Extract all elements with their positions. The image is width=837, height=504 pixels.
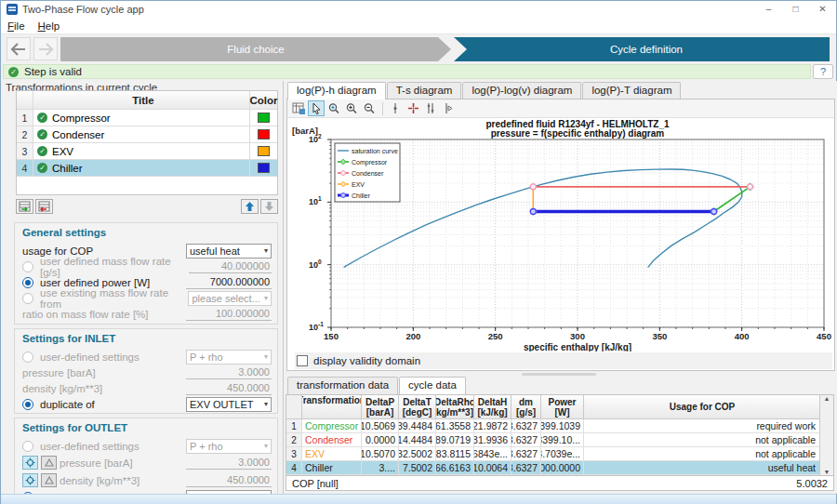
table-row[interactable]: 3 EXV -10.5070 -32.5002 -883.8115 -5.684… [286,447,833,461]
table-row[interactable]: 3 ✓EXV [17,143,277,160]
add-row-icon [19,201,31,212]
table-scrollbar[interactable]: ▲ ▼ [819,395,833,475]
outlet-pressure-field[interactable]: 3.0000 [186,457,272,470]
color-swatch[interactable] [258,163,270,173]
svg-text:EXV: EXV [352,181,365,188]
table-row[interactable]: 2 ✓Condenser [17,126,277,143]
mass-flow-rate-field[interactable]: 40.000000 [189,260,272,273]
chart-toolbar [287,99,834,118]
crosshair-icon[interactable] [405,100,421,116]
outlet-density-label: density [kg/m**3] [60,475,140,486]
arrow-right-icon [37,43,54,56]
ratio-mass-flow-label: ratio on mass flow rate [%] [22,309,149,320]
add-transformation-button[interactable] [16,199,33,214]
svg-text:350: 350 [652,331,667,341]
marker-line-icon[interactable] [387,100,404,116]
user-power-radio[interactable] [22,277,33,288]
minimize-button[interactable]: – [755,1,782,18]
wizard-step-fluid-choice[interactable]: Fluid choice [60,37,451,61]
svg-text:200: 200 [405,331,420,341]
wizard-nav: Fluid choice Cycle definition [1,34,836,63]
col-color: Color [250,91,277,109]
menu-file[interactable]: File [1,18,32,34]
scroll-down-icon[interactable]: ▼ [824,469,830,475]
table-row[interactable]: 1 ✓Compressor [17,110,277,126]
table-row-selected[interactable]: 4 Chiller 3.... 7.5002 -66.6163 110.0064… [286,461,833,475]
user-power-field[interactable]: 7000.000000 [186,276,272,289]
inlet-mode-select[interactable]: P + rho▾ [186,350,272,365]
move-up-button[interactable] [241,199,259,214]
outlet-density-field[interactable]: 450.0000 [186,474,272,487]
crosshair-icon [25,458,35,468]
existing-mass-flow-label: use existing mass flow rate from [40,287,188,310]
data-tabs: transformation data cycle data [287,377,467,394]
scroll-up-icon[interactable]: ▲ [824,395,830,402]
usage-for-cop-select[interactable]: useful heat▾ [186,244,272,259]
copy-table-icon[interactable] [290,100,307,116]
svg-text:100: 100 [309,259,322,270]
svg-text:Condenser: Condenser [352,170,384,177]
remove-transformation-button[interactable] [35,199,53,214]
inlet-user-defined-radio[interactable] [22,351,33,363]
outlet-pressure-target-button[interactable] [22,456,38,470]
back-button[interactable] [7,37,31,60]
arrow-left-icon [10,43,27,56]
existing-mass-flow-select[interactable]: please select...▾ [188,291,272,306]
table-row[interactable]: 2 Condenser 0.0000 -14.4484 889.0719 -13… [286,433,833,447]
maximize-button[interactable]: □ [782,1,809,18]
status-bar: ✓ Step is valid [3,64,811,79]
color-swatch[interactable] [258,113,270,123]
remove-row-icon [38,201,50,212]
svg-text:specific enthalpy [kJ/kg]: specific enthalpy [kJ/kg] [524,342,631,351]
close-button[interactable]: ✕ [809,1,836,18]
cycle-data-header: Transformation DeltaP[barA] DeltaT[degC]… [286,395,833,419]
valid-check-icon: ✓ [37,129,47,139]
outlet-heading: Settings for OUTLET [22,422,272,438]
splitter-handle[interactable] [522,373,596,376]
inlet-duplicate-select[interactable]: EXV OUTLET▾ [186,397,272,412]
outlet-user-defined-label: user-defined settings [40,441,140,452]
chevron-down-icon: ▾ [264,442,268,450]
wizard-step-cycle-definition[interactable]: Cycle definition [454,37,830,61]
menu-help[interactable]: Help [32,18,67,34]
tab-cycle-data[interactable]: cycle data [399,377,466,394]
existing-mass-flow-radio[interactable] [22,293,33,304]
outlet-user-defined-radio[interactable] [22,441,33,452]
tab-transformation-data[interactable]: transformation data [287,377,398,394]
zoom-region-icon[interactable] [326,100,342,116]
inlet-pressure-field[interactable]: 3.0000 [186,366,272,379]
inlet-density-field[interactable]: 450.0000 [186,382,272,395]
tab-logp-h[interactable]: log(P)-h diagram [287,82,386,99]
valid-check-icon: ✓ [37,163,47,173]
inlet-density-label: density [kg/m**3] [22,383,102,394]
marker-play-icon[interactable] [440,100,457,116]
move-down-button[interactable] [260,199,278,214]
tab-t-s[interactable]: T-s diagram [387,82,462,99]
svg-text:400: 400 [735,331,750,341]
color-swatch[interactable] [258,129,270,139]
zoom-in-icon[interactable] [343,100,360,116]
outlet-density-target-button[interactable] [22,473,38,487]
svg-text:101: 101 [309,195,322,206]
table-row-selected[interactable]: 4 ✓Chiller [17,160,277,177]
mass-flow-rate-radio[interactable] [22,261,33,272]
forward-button[interactable] [33,37,58,60]
svg-text:450: 450 [817,331,831,341]
outlet-mode-select[interactable]: P + rho▾ [186,439,272,454]
help-button[interactable]: ? [813,64,833,79]
svg-text:250: 250 [488,331,503,341]
validity-checkbox[interactable] [297,355,308,366]
double-marker-icon[interactable] [422,100,439,116]
tab-logp-logv[interactable]: log(P)-log(v) diagram [462,82,581,99]
tab-logp-t[interactable]: log(P)-T diagram [582,82,681,99]
select-cursor-icon[interactable] [308,100,325,116]
table-row[interactable]: 1 Compressor 10.5069 39.4484 61.3558 21.… [286,419,833,433]
outlet-density-delta-button[interactable] [41,473,57,487]
outlet-pressure-label: pressure [barA] [60,458,133,469]
logp-h-chart[interactable]: 15020025030035040045010210110010-1predef… [288,119,835,351]
zoom-out-icon[interactable] [361,100,378,116]
outlet-pressure-delta-button[interactable] [41,456,57,470]
inlet-duplicate-radio[interactable] [22,399,33,410]
color-swatch[interactable] [258,146,270,156]
ratio-mass-flow-field[interactable]: 100.000000 [186,308,272,321]
